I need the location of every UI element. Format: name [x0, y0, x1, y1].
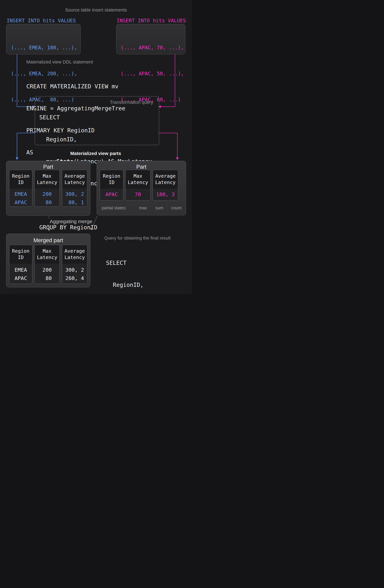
column-header: MaxLatency [126, 170, 150, 189]
insert-right-header: INSERT INTO hits VALUES [117, 16, 186, 25]
code-line: CREATE MATERIALIZED VIEW mv [26, 83, 125, 90]
cell-value: 180, 3 [153, 189, 178, 200]
column-average-latency: AverageLatency 300, 2260, 4 [62, 245, 87, 284]
partial-states-label: partial states: [102, 206, 127, 210]
header-line: Max [126, 173, 150, 179]
cell-value: 80, 1 [62, 198, 87, 207]
partial-tag-count: count [168, 206, 185, 210]
column-header: AverageLatency [153, 170, 178, 189]
aggregating-merge-label: Aggregating merge [50, 219, 92, 224]
header-line: Average [62, 173, 87, 179]
column-max-latency: MaxLatency 70 [125, 170, 150, 201]
insert-row: (..., EMEA, 100, ...), [11, 43, 81, 52]
part-left-box: Part RegionID EMEAAPAC MaxLatency 200 80… [6, 161, 90, 216]
cell-value: EMEA [9, 190, 32, 198]
cell-value: 80 [35, 274, 60, 282]
header-line: Latency [35, 179, 60, 186]
column-header: AverageLatency [62, 170, 87, 189]
column-average-latency: AverageLatency 180, 3 [153, 170, 178, 201]
merged-part-title: Merged part [6, 237, 90, 244]
column-header: RegionID [9, 245, 32, 264]
insert-row: (..., APAC, 50, ...), [121, 69, 185, 78]
column-values: 200 80 [35, 264, 60, 284]
insert-left-box: (..., EMEA, 100, ...), (..., EMEA, 200, … [6, 24, 81, 54]
header-line: Average [62, 248, 87, 254]
header-line: Region [9, 248, 32, 254]
cell-value: APAC [9, 198, 32, 207]
part-left-title: Part [6, 164, 90, 170]
code-line: GROUP BY RegionID [39, 224, 152, 231]
header-line: Latency [153, 179, 178, 186]
materialized-view-parts-title: Materialized view parts [0, 151, 191, 156]
cell-value: APAC [9, 274, 32, 282]
magenta-arrowhead-down-icon [176, 157, 179, 160]
blue-arrowhead-down-icon [16, 157, 18, 160]
final-query-label: Query for obtaining the final result [104, 235, 171, 241]
diagram-canvas: Source table insert statements INSERT IN… [0, 0, 192, 294]
header-line: Latency [62, 254, 87, 260]
column-values: 200 80 [35, 189, 60, 207]
header-line: ID [9, 254, 32, 260]
insert-row: (..., APAC, 70, ...), [121, 43, 185, 52]
code-line: RegionID, [106, 281, 185, 289]
code-text: SELECT [106, 259, 127, 266]
code-line: RegionID, [39, 136, 152, 143]
column-values: 300, 2260, 4 [62, 264, 87, 284]
header-line: ID [9, 179, 32, 186]
column-header: RegionID [9, 170, 32, 189]
header-line: Latency [126, 179, 150, 186]
code-text: SELECT [39, 114, 60, 121]
cell-value: 300, 2 [62, 266, 87, 274]
column-region-id: RegionID APAC [100, 170, 123, 201]
column-values: EMEAAPAC [9, 264, 32, 284]
merged-part-box: Merged part RegionID EMEAAPAC MaxLatency… [6, 234, 90, 287]
column-values: EMEAAPAC [9, 189, 32, 207]
cell-value: 80 [35, 198, 60, 207]
insert-left-header: INSERT INTO hits VALUES [7, 16, 76, 25]
cell-value: APAC [100, 189, 123, 200]
insert-right-box: (..., APAC, 70, ...), (..., APAC, 50, ..… [116, 24, 185, 54]
partial-tag-max: max [135, 206, 151, 210]
code-line: SELECT [106, 259, 185, 267]
header-line: Max [35, 248, 60, 254]
header-line: Max [35, 173, 60, 179]
column-values: 300, 2 80, 1 [62, 189, 87, 207]
column-average-latency: AverageLatency 300, 2 80, 1 [62, 170, 87, 207]
code-text: RegionID, [39, 136, 77, 143]
code-text: GROUP BY RegionID [39, 224, 97, 231]
partial-tag-sum: sum [151, 206, 168, 210]
column-max-latency: MaxLatency 200 80 [35, 170, 60, 207]
column-region-id: RegionID EMEAAPAC [9, 245, 32, 284]
header-line: Region [100, 173, 123, 179]
column-header: AverageLatency [62, 245, 87, 264]
header-line: Latency [62, 179, 87, 186]
cell-value: 200 [35, 190, 60, 198]
code-line: SELECT [39, 114, 152, 121]
column-values: 180, 3 [153, 189, 178, 200]
ddl-label: Materialized view DDL statement [26, 60, 93, 65]
column-max-latency: MaxLatency 200 80 [35, 245, 60, 284]
column-header: MaxLatency [35, 170, 60, 189]
cell-value: 200 [35, 266, 60, 274]
column-header: RegionID [100, 170, 123, 189]
cell-value: 300, 2 [62, 190, 87, 198]
cell-value: EMEA [9, 266, 32, 274]
column-values: 70 [126, 189, 150, 200]
header-line: Average [153, 173, 178, 179]
code-text: RegionID, [106, 281, 144, 288]
column-header: MaxLatency [35, 245, 60, 264]
header-line: Region [9, 173, 32, 179]
cell-value: 260, 4 [62, 274, 87, 282]
final-query-code: SELECT RegionID, maxMerge(MaxLatency), a… [106, 245, 185, 294]
header-line: ID [100, 179, 123, 186]
page-title: Source table insert statements [0, 7, 192, 13]
cell-value: 70 [126, 189, 150, 200]
column-region-id: RegionID EMEAAPAC [9, 170, 32, 207]
part-right-title: Part [97, 164, 186, 170]
header-line: Latency [35, 254, 60, 260]
column-values: APAC [100, 189, 123, 200]
